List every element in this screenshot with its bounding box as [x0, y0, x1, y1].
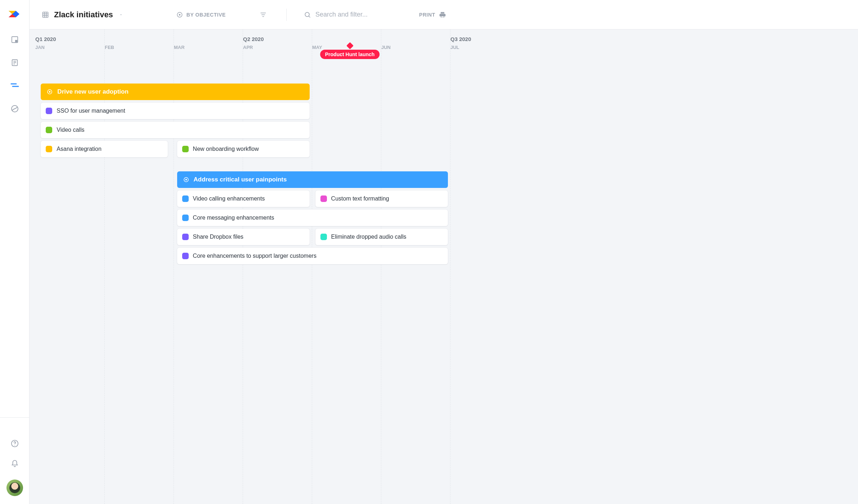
initiative-card[interactable]: Video calling enhancements	[177, 190, 310, 207]
svg-point-13	[14, 445, 15, 446]
initiative-label: SSO for user management	[57, 108, 125, 114]
quarter-label: Q2 2020	[243, 36, 264, 42]
objective-header[interactable]: Address critical user painpoints	[177, 171, 448, 188]
month-label: MAY	[312, 45, 322, 50]
page-title-group[interactable]: Zlack initiatives	[42, 10, 123, 19]
month-label: JUL	[450, 45, 459, 50]
initiative-label: Custom text formatting	[331, 195, 389, 202]
quarter-label: Q3 2020	[450, 36, 471, 42]
color-chip	[182, 215, 189, 221]
user-avatar[interactable]	[6, 480, 23, 496]
milestone-label[interactable]: Product Hunt launch	[320, 50, 380, 59]
nav-explore-icon[interactable]	[10, 104, 19, 113]
month-column: MAR	[174, 30, 243, 504]
rail-bottom	[0, 417, 29, 504]
nav-doc-icon[interactable]	[10, 58, 19, 67]
search-group	[304, 11, 409, 18]
target-icon	[176, 12, 183, 18]
svg-point-20	[179, 14, 181, 15]
print-icon	[439, 11, 446, 18]
color-chip	[46, 108, 52, 114]
search-icon	[304, 11, 311, 18]
month-label: MAR	[174, 45, 185, 50]
print-button[interactable]: PRINT	[419, 11, 446, 18]
color-chip	[182, 253, 189, 259]
page-header: Zlack initiatives BY OBJECTIVE	[30, 0, 858, 30]
initiative-card[interactable]: Core messaging enhancements	[177, 210, 448, 226]
color-chip	[320, 195, 327, 202]
color-chip	[46, 146, 52, 152]
initiative-card[interactable]: SSO for user management	[41, 103, 310, 119]
help-icon[interactable]	[10, 439, 19, 448]
target-icon	[183, 176, 189, 183]
print-label: PRINT	[419, 12, 435, 18]
initiative-label: Core messaging enhancements	[193, 215, 274, 221]
filter-icon[interactable]	[260, 11, 267, 18]
color-chip	[182, 195, 189, 202]
initiative-label: Eliminate dropped audio calls	[331, 234, 406, 240]
svg-point-24	[305, 12, 309, 17]
initiative-label: Core enhancements to support larger cust…	[193, 253, 316, 259]
initiative-card[interactable]: New onboarding workflow	[177, 141, 310, 157]
month-column: JUN	[381, 30, 450, 504]
month-column: MAY	[312, 30, 381, 504]
color-chip	[182, 234, 189, 240]
nav-timeline-icon[interactable]	[10, 81, 19, 90]
month-label: FEB	[105, 45, 114, 50]
rail-nav	[10, 35, 19, 113]
initiative-card[interactable]: Asana integration	[41, 141, 168, 157]
color-chip	[46, 127, 52, 133]
page-title: Zlack initiatives	[54, 10, 113, 19]
color-chip	[320, 234, 327, 240]
color-chip	[182, 146, 189, 152]
initiative-label: Video calls	[57, 127, 84, 133]
grid-icon	[42, 11, 49, 18]
initiative-label: Video calling enhancements	[193, 195, 265, 202]
group-by-button[interactable]: BY OBJECTIVE	[176, 12, 226, 18]
initiative-label: Asana integration	[57, 146, 102, 152]
month-label: APR	[243, 45, 253, 50]
initiative-card[interactable]: Share Dropbox files	[177, 229, 310, 245]
timeline[interactable]: Q1 2020JANFEBMARQ2 2020APRMAYJUNQ3 2020J…	[30, 30, 858, 504]
objective-title: Address critical user painpoints	[194, 176, 287, 183]
month-column: Q2 2020APR	[243, 30, 312, 504]
svg-rect-14	[43, 12, 48, 17]
initiative-card[interactable]: Core enhancements to support larger cust…	[177, 248, 448, 264]
svg-point-27	[49, 91, 51, 93]
search-input[interactable]	[315, 11, 409, 18]
group-by-label: BY OBJECTIVE	[187, 12, 226, 18]
initiative-card[interactable]: Custom text formatting	[315, 190, 448, 207]
initiative-card[interactable]: Video calls	[41, 122, 310, 138]
initiative-label: New onboarding workflow	[193, 146, 259, 152]
chevron-down-icon	[119, 13, 123, 17]
initiative-card[interactable]: Eliminate dropped audio calls	[315, 229, 448, 245]
objective-header[interactable]: Drive new user adoption	[41, 84, 310, 100]
month-label: JAN	[35, 45, 45, 50]
month-column: Q1 2020JAN	[35, 30, 104, 504]
svg-point-29	[185, 179, 187, 181]
left-rail	[0, 0, 30, 504]
divider	[286, 9, 287, 21]
target-icon	[46, 89, 53, 95]
app-logo	[8, 8, 22, 20]
nav-board-icon[interactable]	[10, 35, 19, 44]
month-column: FEB	[104, 30, 174, 504]
initiative-label: Share Dropbox files	[193, 234, 244, 240]
quarter-label: Q1 2020	[35, 36, 56, 42]
svg-line-25	[309, 16, 310, 17]
month-column: Q3 2020JUL	[450, 30, 519, 504]
notifications-icon[interactable]	[10, 459, 19, 468]
svg-rect-4	[15, 40, 17, 42]
month-label: JUN	[381, 45, 391, 50]
objective-title: Drive new user adoption	[57, 88, 128, 95]
